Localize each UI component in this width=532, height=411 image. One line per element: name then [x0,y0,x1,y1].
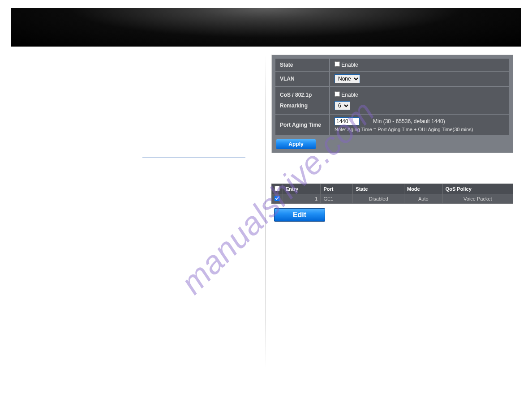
cell-mode: Auto [404,194,442,204]
col-qos: QoS Policy [442,184,513,194]
vlan-select[interactable]: None [335,74,360,83]
edit-button[interactable]: Edit [274,208,325,222]
state-enable-checkbox[interactable] [335,61,340,67]
port-setting-panel: Entry Port State Mode QoS Policy 1 GE1 D… [271,184,513,222]
cos-enable-wrap[interactable]: Enable [335,92,358,98]
aging-note: Note: Aging Time = Port Aging Time + OUI… [335,127,505,132]
table-row[interactable]: 1 GE1 Disabled Auto Voice Packet [272,194,513,204]
cell-entry: 1 [283,194,321,204]
col-state: State [353,184,404,194]
col-entry: Entry [283,184,321,194]
state-enable-wrap[interactable]: Enable [335,62,358,68]
aging-input[interactable] [335,117,360,125]
state-enable-text: Enable [341,62,358,68]
cos-label: CoS / 802.1p Remarking [275,87,329,114]
footer-rule [11,392,521,392]
row-checkbox[interactable] [275,196,280,201]
cell-port: GE1 [321,194,353,204]
header-banner [11,8,521,47]
cos-value-select[interactable]: 6 [335,101,350,110]
aging-label: Port Aging Time [275,115,329,135]
col-port: Port [321,184,353,194]
cell-qos: Voice Packet [442,194,513,204]
voice-vlan-config-panel: State Enable VLAN None [271,55,513,153]
cos-enable-text: Enable [341,92,358,98]
select-all-checkbox[interactable] [275,186,280,191]
col-mode: Mode [404,184,442,194]
cell-state: Disabled [353,194,404,204]
vlan-label: VLAN [275,72,329,86]
apply-button[interactable]: Apply [276,139,316,149]
breadcrumb-underline [142,158,245,158]
cos-enable-checkbox[interactable] [335,91,340,97]
aging-range: Min (30 - 65536, default 1440) [373,118,445,124]
state-label: State [275,59,329,71]
